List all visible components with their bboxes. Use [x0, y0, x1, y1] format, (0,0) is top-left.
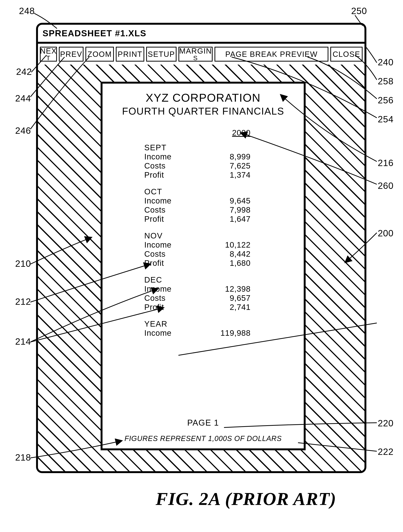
row-label: Costs	[144, 249, 182, 259]
row-label: Income	[144, 240, 182, 249]
app-window: SPREADSHEET #1.XLS NEX T PREV ZOOM PRINT…	[36, 23, 366, 473]
data-row: Profit1,647	[144, 215, 262, 224]
zoom-button-label: ZOOM	[87, 50, 112, 58]
data-row: Profit1,680	[144, 259, 262, 268]
row-label: Profit	[144, 215, 182, 224]
print-button-label: PRINT	[118, 50, 142, 58]
callout-222: 222	[378, 446, 394, 457]
month-label: OCT	[144, 187, 262, 196]
row-label: Costs	[144, 205, 182, 215]
row-value: 10,122	[213, 240, 251, 249]
row-value: 2,741	[213, 303, 251, 312]
row-value: 1,680	[213, 259, 251, 268]
callout-246: 246	[15, 125, 31, 136]
next-button[interactable]: NEX T	[40, 47, 57, 62]
report-section: YEARIncome119,988	[144, 319, 262, 338]
margins-button-label-bot: S	[193, 55, 198, 61]
report-section: DECIncome12,398Costs9,657Profit2,741	[144, 275, 262, 312]
callout-256: 256	[378, 95, 394, 105]
row-label: Income	[144, 285, 182, 294]
callout-240: 240	[378, 57, 394, 67]
row-label: Income	[144, 196, 182, 205]
row-label: Costs	[144, 161, 182, 171]
data-row: Income12,398	[144, 285, 262, 294]
footnote: FIGURES REPRESENT 1,000S OF DOLLARS	[124, 435, 282, 443]
report-section: OCTIncome9,645Costs7,998Profit1,647	[144, 187, 262, 224]
callout-218: 218	[15, 452, 31, 463]
callout-214: 214	[15, 336, 31, 347]
toolbar: NEX T PREV ZOOM PRINT SETUP MARGIN S PAG…	[38, 44, 365, 66]
pbp-button-label: PAGE BREAK PREVIEW	[225, 50, 318, 58]
report-section: NOVIncome10,122Costs8,442Profit1,680	[144, 231, 262, 268]
close-button-label: CLOSE	[333, 50, 360, 58]
next-button-label-top: NEX	[40, 47, 57, 55]
margins-button[interactable]: MARGIN S	[179, 47, 213, 62]
preview-area: XYZ CORPORATION FOURTH QUARTER FINANCIAL…	[38, 65, 365, 471]
month-label: YEAR	[144, 319, 262, 329]
row-value: 119,988	[213, 329, 251, 338]
callout-258: 258	[378, 76, 394, 86]
figure-caption: FIG. 2A (PRIOR ART)	[156, 488, 336, 509]
callout-242: 242	[16, 66, 32, 77]
row-value: 9,645	[213, 196, 251, 205]
margins-button-label-top: MARGIN	[179, 47, 212, 55]
row-label: Profit	[144, 303, 182, 312]
data-row: Costs7,625	[144, 161, 262, 171]
prev-button[interactable]: PREV	[59, 47, 84, 62]
data-row: Costs8,442	[144, 249, 262, 259]
report-section: SEPTIncome8,999Costs7,625Profit1,374	[144, 143, 262, 180]
callout-244: 244	[15, 93, 31, 104]
row-label: Profit	[144, 259, 182, 268]
data-row: Income10,122	[144, 240, 262, 249]
data-row: Costs7,998	[144, 205, 262, 215]
callout-254: 254	[378, 114, 394, 124]
month-label: DEC	[144, 275, 262, 285]
setup-button-label: SETUP	[148, 50, 175, 58]
data-row: Income8,999	[144, 152, 262, 161]
data-row: Profit1,374	[144, 171, 262, 180]
report-subtitle: FOURTH QUARTER FINANCIALS	[122, 105, 284, 117]
close-button[interactable]: CLOSE	[330, 47, 363, 62]
row-value: 8,442	[213, 249, 251, 259]
setup-button[interactable]: SETUP	[146, 47, 177, 62]
figure-canvas: SPREADSHEET #1.XLS NEX T PREV ZOOM PRINT…	[0, 0, 403, 532]
zoom-button[interactable]: ZOOM	[85, 47, 114, 62]
page-number: PAGE 1	[187, 418, 219, 428]
year-header: 2000	[232, 128, 251, 137]
row-value: 7,625	[213, 161, 251, 171]
data-row: Profit2,741	[144, 303, 262, 312]
page-preview: XYZ CORPORATION FOURTH QUARTER FINANCIAL…	[101, 82, 306, 450]
row-value: 1,647	[213, 215, 251, 224]
month-label: NOV	[144, 231, 262, 240]
row-label: Income	[144, 329, 182, 338]
report-body: 2000 SEPTIncome8,999Costs7,625Profit1,37…	[144, 128, 262, 338]
callout-216: 216	[378, 158, 394, 168]
data-row: Costs9,657	[144, 294, 262, 303]
row-label: Costs	[144, 294, 182, 303]
title-bar: SPREADSHEET #1.XLS	[38, 25, 365, 44]
callout-212: 212	[15, 296, 31, 307]
month-label: SEPT	[144, 143, 262, 152]
next-button-label-bot: T	[46, 55, 51, 61]
callout-210: 210	[15, 258, 31, 269]
callout-260: 260	[378, 180, 394, 191]
prev-button-label: PREV	[60, 50, 82, 58]
callout-250: 250	[351, 6, 367, 16]
callout-220: 220	[378, 418, 394, 428]
row-label: Income	[144, 152, 182, 161]
row-value: 12,398	[213, 285, 251, 294]
page-break-preview-button[interactable]: PAGE BREAK PREVIEW	[215, 47, 329, 62]
callout-200: 200	[378, 228, 394, 238]
report-title: XYZ CORPORATION	[146, 91, 261, 104]
print-button[interactable]: PRINT	[116, 47, 144, 62]
window-title: SPREADSHEET #1.XLS	[43, 28, 146, 38]
row-label: Profit	[144, 171, 182, 180]
callout-248: 248	[19, 6, 35, 16]
row-value: 1,374	[213, 171, 251, 180]
row-value: 8,999	[213, 152, 251, 161]
row-value: 9,657	[213, 294, 251, 303]
row-value: 7,998	[213, 205, 251, 215]
data-row: Income119,988	[144, 329, 262, 338]
data-row: Income9,645	[144, 196, 262, 205]
